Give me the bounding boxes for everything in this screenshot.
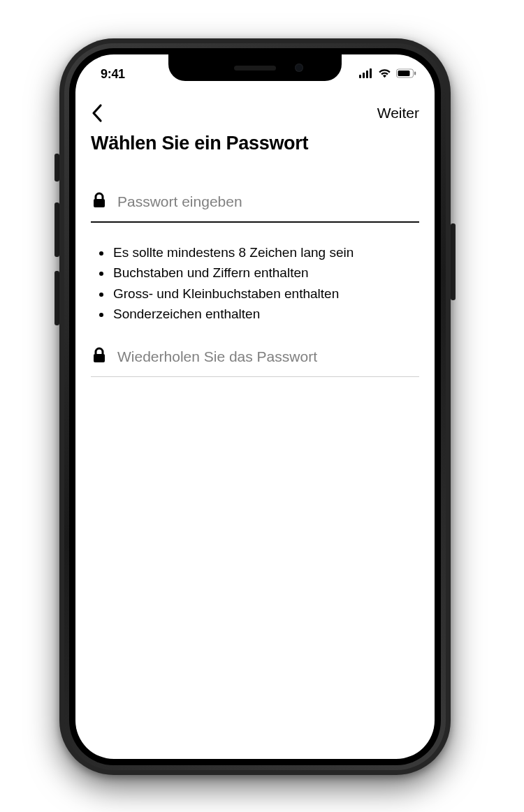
page-title: Wählen Sie ein Passwort <box>91 133 419 154</box>
lock-icon <box>92 347 106 367</box>
password-rules: Es sollte mindestens 8 Zeichen lang sein… <box>91 242 419 325</box>
rule-item: Gross- und Kleinbuchstaben enthalten <box>112 283 419 304</box>
battery-icon <box>396 67 416 82</box>
chevron-left-icon <box>91 103 103 123</box>
back-button[interactable] <box>91 103 103 123</box>
mute-switch <box>54 154 59 182</box>
svg-rect-8 <box>94 354 105 362</box>
status-time: 9:41 <box>101 63 125 82</box>
password-field[interactable] <box>91 188 419 223</box>
svg-rect-3 <box>370 68 372 78</box>
volume-up-button <box>54 202 59 257</box>
lock-icon <box>92 192 106 212</box>
rule-item: Buchstaben und Ziffern enthalten <box>112 263 419 283</box>
volume-down-button <box>54 271 59 325</box>
nav-bar: Weiter <box>75 95 435 131</box>
cellular-icon <box>359 67 373 82</box>
rule-item: Es sollte mindestens 8 Zeichen lang sein <box>112 242 419 263</box>
svg-rect-6 <box>414 71 416 75</box>
rule-item: Sonderzeichen enthalten <box>112 304 419 324</box>
svg-rect-2 <box>366 71 368 78</box>
svg-rect-7 <box>94 199 105 207</box>
speaker <box>234 66 276 71</box>
screen: 9:41 <box>75 54 435 759</box>
wifi-icon <box>378 67 391 82</box>
repeat-password-input[interactable] <box>117 348 418 365</box>
next-button[interactable]: Weiter <box>377 105 419 121</box>
front-camera <box>295 64 303 72</box>
password-input[interactable] <box>117 193 418 210</box>
repeat-password-field[interactable] <box>91 343 419 377</box>
svg-rect-1 <box>363 73 365 78</box>
svg-rect-0 <box>359 75 361 78</box>
power-button <box>451 223 456 300</box>
svg-rect-5 <box>398 71 410 76</box>
notch <box>168 54 342 81</box>
